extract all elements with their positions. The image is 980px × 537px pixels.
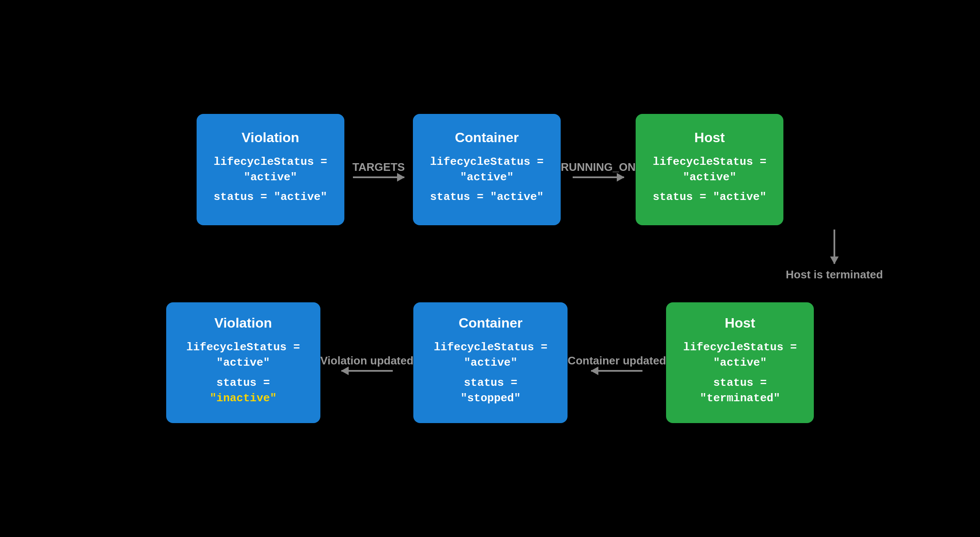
host-terminated-arrow <box>834 230 835 264</box>
bottom-container-title: Container <box>459 315 523 331</box>
targets-connector: TARGETS <box>344 161 413 178</box>
bottom-host-prop1: lifecycleStatus = "active" <box>683 340 797 371</box>
top-host-node: Host lifecycleStatus = "active" status =… <box>636 114 783 225</box>
bottom-violation-node: Violation lifecycleStatus = "active" sta… <box>166 302 320 424</box>
bottom-host-title: Host <box>725 315 755 331</box>
bottom-host-prop2: status = "terminated" <box>700 375 780 406</box>
bottom-violation-prop1: lifecycleStatus = "active" <box>186 340 300 371</box>
diagram-container: Violation lifecycleStatus = "active" sta… <box>0 0 980 537</box>
top-container-node: Container lifecycleStatus = "active" sta… <box>413 114 561 225</box>
violation-updated-label: Violation updated <box>320 354 414 367</box>
top-violation-title: Violation <box>242 130 299 146</box>
targets-arrow <box>344 176 413 178</box>
bottom-container-prop2: status = "stopped" <box>430 375 550 406</box>
top-violation-prop1: lifecycleStatus = "active" <box>214 154 327 185</box>
top-host-prop2: status = "active" <box>653 189 766 205</box>
top-violation-prop2: status = "active" <box>214 189 327 205</box>
running-on-label: RUNNING_ON <box>561 161 636 174</box>
top-container-prop2: status = "active" <box>430 189 544 205</box>
top-container-prop1: lifecycleStatus = "active" <box>430 154 544 185</box>
targets-arrow-right <box>353 176 404 178</box>
host-terminated-label: Host is terminated <box>786 268 883 281</box>
bottom-container-prop1: lifecycleStatus = "active" <box>434 340 547 371</box>
top-row: Violation lifecycleStatus = "active" sta… <box>34 114 946 225</box>
top-host-prop1: lifecycleStatus = "active" <box>653 154 766 185</box>
targets-label: TARGETS <box>353 161 405 174</box>
running-on-arrow <box>561 176 636 178</box>
running-on-arrow-right <box>573 176 624 178</box>
bottom-row: Violation lifecycleStatus = "active" sta… <box>34 302 946 424</box>
vertical-connector: Host is terminated <box>757 230 911 298</box>
bottom-host-node: Host lifecycleStatus = "active" status =… <box>666 302 814 424</box>
container-updated-label: Container updated <box>568 354 666 367</box>
top-host-title: Host <box>694 130 725 146</box>
bottom-container-node: Container lifecycleStatus = "active" sta… <box>413 302 568 424</box>
container-updated-arrow-left <box>591 370 642 372</box>
bottom-violation-prop2: status = "inactive" <box>183 375 303 406</box>
vertical-section: Host is terminated <box>34 230 946 298</box>
violation-updated-arrow <box>320 370 414 372</box>
top-container-title: Container <box>455 130 519 146</box>
violation-updated-arrow-left <box>341 370 393 372</box>
top-violation-node: Violation lifecycleStatus = "active" sta… <box>197 114 344 225</box>
container-updated-connector: Container updated <box>568 354 666 372</box>
bottom-violation-title: Violation <box>214 315 272 331</box>
container-updated-arrow <box>568 370 666 372</box>
violation-updated-connector: Violation updated <box>320 354 414 372</box>
running-on-connector: RUNNING_ON <box>561 161 636 178</box>
